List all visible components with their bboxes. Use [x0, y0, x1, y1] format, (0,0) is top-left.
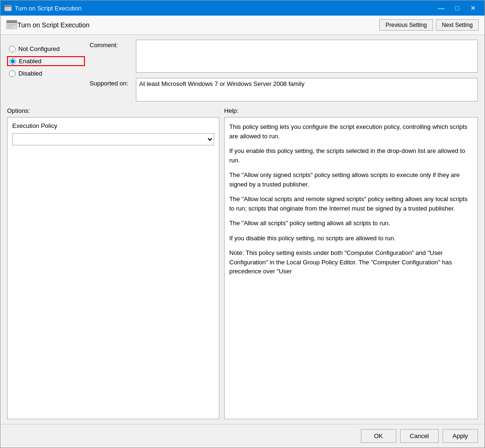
execution-policy-label: Execution Policy	[12, 122, 214, 129]
right-section: Comment: Supported on: At least Microsof…	[90, 40, 478, 101]
previous-setting-button[interactable]: Previous Setting	[379, 19, 433, 31]
disabled-label: Disabled	[18, 70, 42, 77]
help-para-2: If you enable this policy setting, the s…	[229, 146, 473, 165]
cancel-button[interactable]: Cancel	[400, 429, 439, 443]
svg-rect-7	[8, 26, 13, 27]
help-panel: Help: This policy setting lets you confi…	[224, 107, 478, 419]
options-title: Options:	[7, 107, 219, 114]
supported-row: Supported on: At least Microsoft Windows…	[90, 78, 478, 101]
svg-rect-3	[6, 9, 9, 10]
svg-rect-1	[5, 5, 11, 7]
apply-button[interactable]: Apply	[443, 429, 478, 443]
header-buttons: Previous Setting Next Setting	[379, 19, 479, 31]
not-configured-label: Not Configured	[18, 45, 59, 52]
title-bar-controls: — □ ✕	[434, 2, 481, 14]
title-bar-text: Turn on Script Execution	[15, 5, 434, 12]
comment-container	[136, 40, 478, 74]
next-setting-button[interactable]: Next Setting	[436, 19, 479, 31]
supported-label: Supported on:	[90, 78, 132, 87]
comment-textarea[interactable]	[136, 40, 478, 73]
help-para-5: The "Allow all scripts" policy setting a…	[229, 219, 473, 228]
comment-row: Comment:	[90, 40, 478, 74]
supported-value: At least Microsoft Windows 7 or Windows …	[136, 78, 478, 101]
minimize-button[interactable]: —	[434, 2, 449, 14]
svg-rect-2	[6, 8, 10, 8]
top-section: Not Configured Enabled Disabled Comment:	[7, 40, 478, 101]
help-para-1: This policy setting lets you configure t…	[229, 122, 473, 141]
dialog-window: Turn on Script Execution — □ ✕ Turn on S…	[0, 0, 485, 448]
window-icon	[4, 4, 12, 12]
disabled-option[interactable]: Disabled	[7, 69, 85, 78]
header-title: Turn on Script Execution	[17, 21, 379, 29]
enabled-option[interactable]: Enabled	[7, 56, 85, 66]
maximize-button[interactable]: □	[450, 2, 465, 14]
main-panels: Options: Execution Policy Allow only sig…	[7, 107, 478, 419]
radio-group: Not Configured Enabled Disabled	[7, 40, 85, 101]
svg-rect-5	[7, 20, 17, 23]
close-button[interactable]: ✕	[466, 2, 481, 14]
comment-label: Comment:	[90, 40, 132, 49]
help-para-6: If you disable this policy setting, no s…	[229, 234, 473, 243]
options-box: Execution Policy Allow only signed scrip…	[7, 117, 219, 419]
not-configured-option[interactable]: Not Configured	[7, 44, 85, 53]
title-bar: Turn on Script Execution — □ ✕	[0, 0, 485, 16]
options-panel: Options: Execution Policy Allow only sig…	[7, 107, 219, 419]
enabled-label: Enabled	[19, 58, 42, 65]
not-configured-radio[interactable]	[9, 46, 16, 52]
help-para-4: The "Allow local scripts and remote sign…	[229, 194, 473, 213]
bottom-bar: OK Cancel Apply	[0, 424, 485, 448]
help-box[interactable]: This policy setting lets you configure t…	[224, 117, 478, 419]
header-icon	[6, 19, 17, 31]
enabled-radio[interactable]	[9, 58, 16, 65]
content-area: Not Configured Enabled Disabled Comment:	[0, 35, 485, 424]
execution-policy-dropdown[interactable]: Allow only signed scripts Allow local sc…	[12, 133, 214, 145]
help-para-3: The "Allow only signed scripts" policy s…	[229, 170, 473, 189]
help-para-7: Note: This policy setting exists under b…	[229, 248, 473, 276]
header-bar: Turn on Script Execution Previous Settin…	[0, 16, 485, 35]
disabled-radio[interactable]	[9, 70, 16, 77]
ok-button[interactable]: OK	[361, 429, 396, 443]
svg-rect-6	[8, 25, 16, 25]
help-title: Help:	[224, 107, 478, 114]
